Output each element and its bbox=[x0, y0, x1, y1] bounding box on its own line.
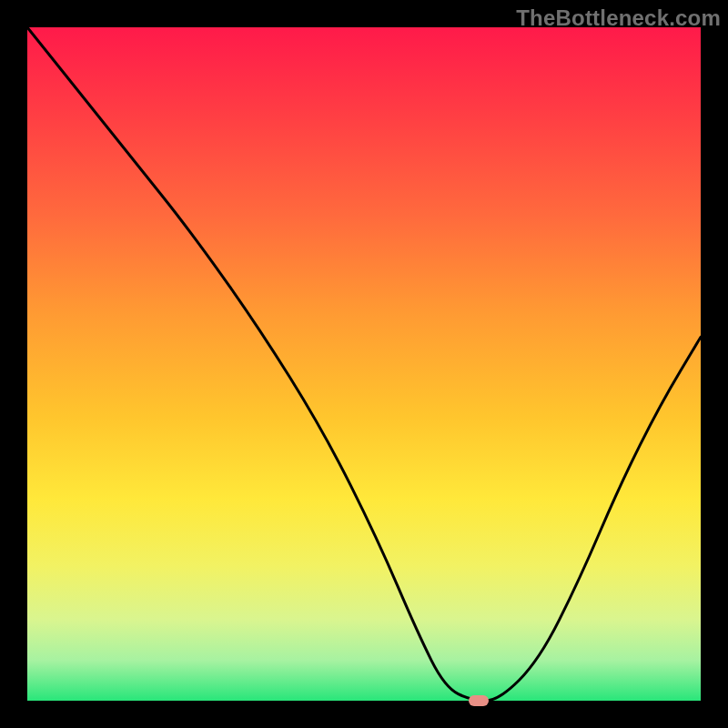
bottleneck-curve bbox=[27, 27, 701, 701]
curve-layer bbox=[27, 27, 701, 701]
chart-frame: TheBottleneck.com bbox=[0, 0, 728, 728]
optimal-marker bbox=[469, 695, 489, 706]
plot-area bbox=[27, 27, 701, 701]
